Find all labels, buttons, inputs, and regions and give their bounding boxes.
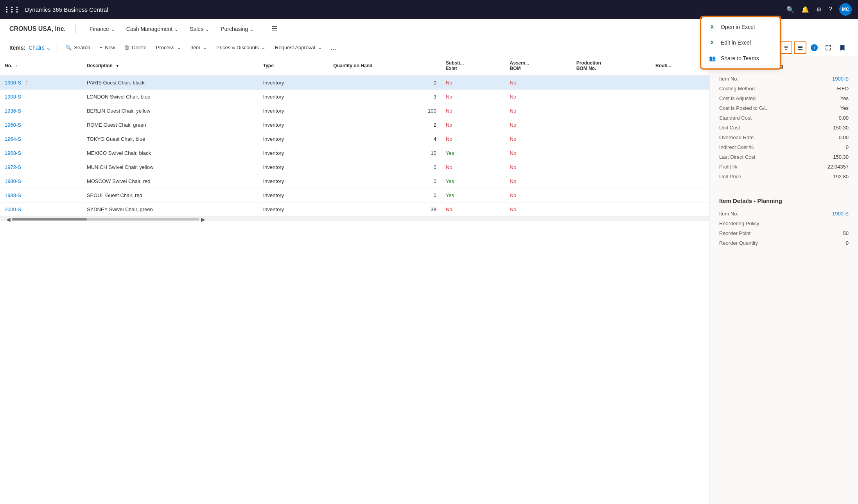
- side-field: Item No.1900-S: [719, 74, 849, 84]
- col-production[interactable]: ProductionBOM No.: [572, 56, 651, 75]
- side-field: Indirect Cost %0: [719, 142, 849, 152]
- cell-routi: [651, 188, 709, 203]
- side-field-value[interactable]: 1900-S: [832, 211, 849, 217]
- col-type[interactable]: Type: [258, 56, 329, 75]
- share-to-teams-item[interactable]: 👥 Share to Teams: [702, 50, 779, 66]
- side-field-label: Unit Price: [719, 174, 741, 179]
- row-context-menu-icon[interactable]: ⋮: [21, 80, 31, 86]
- new-button[interactable]: + New: [96, 42, 119, 53]
- table-row[interactable]: 1972-SMUNICH Swivel Chair, yellowInvento…: [0, 160, 709, 174]
- cell-assem: No: [505, 160, 572, 174]
- settings-icon[interactable]: ⚙: [816, 6, 822, 13]
- help-icon[interactable]: ?: [829, 6, 832, 13]
- bookmark-icon[interactable]: [836, 41, 849, 54]
- scroll-track[interactable]: [12, 218, 199, 221]
- col-routi[interactable]: Routi...: [651, 56, 709, 75]
- item-no-link[interactable]: 1968-S: [5, 150, 21, 156]
- item-no-link[interactable]: 1972-S: [5, 164, 21, 170]
- table-row[interactable]: 1968-SMEXICO Swivel Chair, blackInventor…: [0, 146, 709, 160]
- filter-svg: [783, 45, 789, 51]
- nav-item-finance[interactable]: Finance ⌄: [85, 23, 120, 35]
- process-button[interactable]: Process ⌄: [152, 42, 185, 53]
- side-field-value: Yes: [840, 105, 849, 111]
- item-button[interactable]: Item ⌄: [187, 42, 211, 53]
- cell-routi: [651, 132, 709, 146]
- cell-type: Inventory: [258, 160, 329, 174]
- expand-icon[interactable]: [822, 41, 835, 54]
- breadcrumb-chairs[interactable]: Chairs ⌄: [29, 45, 50, 51]
- side-field-label: Item No.: [719, 211, 738, 217]
- item-no-link[interactable]: 1908-S: [5, 94, 21, 100]
- cell-substi: No: [441, 203, 505, 217]
- more-options-button[interactable]: ...: [327, 42, 339, 53]
- expand-svg: [825, 45, 831, 51]
- item-chevron-icon: ⌄: [203, 45, 207, 50]
- cell-qty: 2: [328, 118, 441, 132]
- nav-item-purchasing[interactable]: Purchasing ⌄: [216, 23, 259, 35]
- item-no-link[interactable]: 2000-S: [5, 206, 21, 212]
- table-row[interactable]: 1908-SLONDON Swivel Chair, blueInventory…: [0, 90, 709, 104]
- cell-substi: Yes: [441, 174, 505, 188]
- scroll-right-icon[interactable]: ▶: [199, 216, 206, 223]
- apps-grid-icon[interactable]: [6, 7, 20, 13]
- cell-substi: No: [441, 75, 505, 90]
- search-icon[interactable]: 🔍: [786, 6, 794, 13]
- nav-item-sales[interactable]: Sales ⌄: [185, 23, 214, 35]
- cell-type: Inventory: [258, 203, 329, 217]
- table-row[interactable]: 1936-SBERLIN Guest Chair, yellowInventor…: [0, 104, 709, 118]
- col-qty[interactable]: Quantity on Hand: [328, 56, 441, 75]
- avatar[interactable]: MC: [839, 3, 852, 16]
- prices-discounts-button[interactable]: Prices & Discounts ⌄: [212, 42, 269, 53]
- table-row[interactable]: 1960-SROME Guest Chair, greenInventory2N…: [0, 118, 709, 132]
- filter-icon[interactable]: [780, 41, 792, 54]
- item-no-link[interactable]: 1988-S: [5, 192, 21, 198]
- notification-icon[interactable]: 🔔: [801, 6, 809, 13]
- item-no-link[interactable]: 1980-S: [5, 178, 21, 184]
- open-in-excel-item[interactable]: X Open in Excel: [702, 19, 779, 35]
- cell-no: 2000-S: [0, 203, 82, 217]
- table-header-row: No. ↑ Description ▼ Type Quantity on Han…: [0, 56, 709, 75]
- table-row[interactable]: 1900-S ⋮PARIS Guest Chair, blackInventor…: [0, 75, 709, 90]
- search-button[interactable]: 🔍 Search: [61, 42, 94, 53]
- item-no-link[interactable]: 1960-S: [5, 122, 21, 128]
- scroll-thumb[interactable]: [12, 218, 87, 221]
- side-field-value[interactable]: 1900-S: [832, 76, 849, 82]
- delete-button[interactable]: 🗑 Delete: [120, 42, 151, 53]
- item-no-link[interactable]: 1900-S: [5, 80, 21, 86]
- side-field-label: Cost is Posted to G/L: [719, 105, 767, 111]
- chevron-down-icon: ⌄: [250, 26, 254, 32]
- col-no[interactable]: No. ↑: [0, 56, 82, 75]
- side-field-value: FIFO: [837, 86, 849, 91]
- item-no-link[interactable]: 1936-S: [5, 108, 21, 114]
- company-name: CRONUS USA, Inc.: [9, 25, 66, 32]
- svg-rect-0: [798, 46, 802, 47]
- cell-no: 1972-S: [0, 160, 82, 174]
- top-nav-icons: 🔍 🔔 ⚙ ? MC: [786, 3, 852, 16]
- col-assem[interactable]: Assem...BOM: [505, 56, 572, 75]
- table-row[interactable]: 1964-STOKYO Guest Chair, blueInventory4N…: [0, 132, 709, 146]
- table-row[interactable]: 1988-SSEOUL Guest Chair, redInventory0Ye…: [0, 188, 709, 203]
- cell-substi: No: [441, 132, 505, 146]
- hamburger-menu-icon[interactable]: ☰: [268, 22, 281, 36]
- horizontal-scrollbar[interactable]: ◀ ▶: [0, 217, 709, 221]
- cell-description: BERLIN Guest Chair, yellow: [82, 104, 258, 118]
- svg-rect-2: [798, 49, 802, 50]
- planning-title: Item Details - Planning: [719, 197, 849, 204]
- excel-open-icon: X: [708, 23, 716, 31]
- request-approval-button[interactable]: Request Approval ⌄: [271, 42, 326, 53]
- table-row[interactable]: 2000-SSYDNEY Swivel Chair, greenInventor…: [0, 203, 709, 217]
- side-field: Overhead Rate0.00: [719, 133, 849, 142]
- nav-item-cash[interactable]: Cash Management ⌄: [122, 23, 183, 35]
- table-row[interactable]: 1980-SMOSCOW Swivel Chair, redInventory0…: [0, 174, 709, 188]
- col-description[interactable]: Description ▼: [82, 56, 258, 75]
- scroll-left-icon[interactable]: ◀: [5, 216, 12, 223]
- prices-chevron-icon: ⌄: [261, 45, 266, 50]
- cell-qty: 4: [328, 132, 441, 146]
- item-no-link[interactable]: 1964-S: [5, 136, 21, 142]
- col-substi[interactable]: Substi...Exist: [441, 56, 505, 75]
- list-view-icon[interactable]: [794, 41, 806, 54]
- cell-production: [572, 90, 651, 104]
- cell-routi: [651, 203, 709, 217]
- edit-in-excel-item[interactable]: X Edit in Excel: [702, 35, 779, 50]
- info-icon[interactable]: i: [808, 41, 820, 54]
